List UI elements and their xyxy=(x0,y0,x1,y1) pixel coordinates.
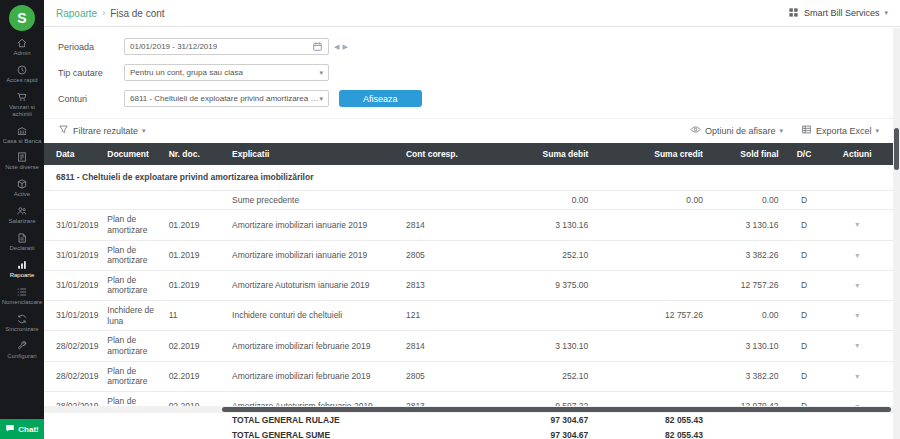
sidebar-item-vanzari[interactable]: Vanzari si achizitii xyxy=(0,88,44,122)
home-icon xyxy=(1,37,43,49)
cell-debit: 0.00 xyxy=(482,190,597,210)
conturi-select[interactable]: 6811 - Cheltuieli de exploatare privind … xyxy=(124,90,329,107)
total-rulaje-credit: 82 055.43 xyxy=(596,413,711,428)
page-title: Fisa de cont xyxy=(110,8,164,19)
afiseaza-button[interactable]: Afiseaza xyxy=(339,90,422,107)
chevron-down-icon: ▾ xyxy=(779,127,783,135)
cell-debit: 3 130.10 xyxy=(482,331,597,361)
breadcrumb-parent-link[interactable]: Rapoarte xyxy=(56,8,97,19)
cell-explicatii: Inchidere conturi de cheltuieli xyxy=(226,301,400,331)
cell-data: 28/02/2019 xyxy=(44,391,101,406)
sidebar-item-label: Note diverse xyxy=(1,164,43,171)
cell-debit: 252.10 xyxy=(482,240,597,270)
total-sume-debit: 97 304.67 xyxy=(482,428,597,439)
content-area: Perioada 01/01/2019 - 31/12/2019 ◀ ▶ Tip… xyxy=(44,28,893,406)
app-window: S Admin Acces rapid Vanzari si achizitii… xyxy=(0,0,900,439)
sidebar-item-label: Rapoarte xyxy=(1,272,43,279)
cell-document: Plan de amortizare xyxy=(101,240,162,270)
table-row: 28/02/2019Plan de amortizare02.2019Amort… xyxy=(44,361,893,391)
cell-credit xyxy=(596,240,711,270)
horizontal-scrollbar-thumb[interactable] xyxy=(222,407,891,412)
cell-cont: 2813 xyxy=(400,270,482,300)
sidebar-item-label: Configurari xyxy=(1,353,43,360)
row-expand-chevron-icon[interactable]: ▾ xyxy=(855,281,859,290)
sidebar-item-label: Active xyxy=(1,191,43,198)
tip-cautare-value: Pentru un cont, grupa sau clasa xyxy=(130,68,243,77)
list-icon xyxy=(1,286,43,298)
tip-cautare-select[interactable]: Pentru un cont, grupa sau clasa ▾ xyxy=(124,64,329,81)
conturi-row: Conturi 6811 - Cheltuieli de exploatare … xyxy=(58,90,879,107)
vertical-scrollbar-thumb[interactable] xyxy=(894,128,899,170)
document-icon xyxy=(1,232,43,244)
topbar: Rapoarte › Fisa de cont Smart Bill Servi… xyxy=(44,0,900,27)
filtrare-rezultate-toggle[interactable]: Filtrare rezultate ▾ xyxy=(58,124,146,137)
row-expand-chevron-icon[interactable]: ▾ xyxy=(855,251,859,260)
cell-actiuni: ▾ xyxy=(821,391,893,406)
cell-cont: 2814 xyxy=(400,331,482,361)
cart-icon xyxy=(1,91,43,103)
sidebar-item-declaratii[interactable]: Declaratii xyxy=(0,229,44,256)
table-row: 31/01/2019Inchidere de luna11Inchidere c… xyxy=(44,301,893,331)
spreadsheet-icon xyxy=(801,124,812,137)
optiuni-afisare-menu[interactable]: Optiuni de afisare ▾ xyxy=(690,124,783,137)
bank-icon xyxy=(1,125,43,137)
cell-nr_doc xyxy=(163,190,226,210)
cell-sold: 3 130.16 xyxy=(711,210,787,240)
cell-document: Plan de amortizare xyxy=(101,210,162,240)
cell-credit: 12 757.26 xyxy=(596,301,711,331)
sidebar-item-label: Declaratii xyxy=(1,245,43,252)
row-expand-chevron-icon[interactable]: ▾ xyxy=(855,311,859,320)
cell-dc: D xyxy=(787,301,822,331)
cell-explicatii: Amortizare imobilizari februarie 2019 xyxy=(226,361,400,391)
sidebar-item-configurari[interactable]: Configurari xyxy=(0,337,44,364)
table-row: 31/01/2019Plan de amortizare01.2019Amort… xyxy=(44,210,893,240)
cell-data: 31/01/2019 xyxy=(44,301,101,331)
col-cont-coresp: Cont coresp. xyxy=(400,143,482,165)
col-sold-final: Sold final xyxy=(711,143,787,165)
calendar-icon xyxy=(312,41,323,52)
row-expand-chevron-icon[interactable]: ▾ xyxy=(855,372,859,381)
next-period-button[interactable]: ▶ xyxy=(342,43,347,51)
exporta-excel-menu[interactable]: Exporta Excel ▾ xyxy=(801,124,879,137)
sidebar-item-sincronizare[interactable]: Sincronizare xyxy=(0,310,44,337)
cell-cont: 2813 xyxy=(400,391,482,406)
sidebar-item-acces-rapid[interactable]: Acces rapid xyxy=(0,61,44,88)
account-menu[interactable]: Smart Bill Services ▾ xyxy=(788,7,888,20)
cell-document: Inchidere de luna xyxy=(101,301,162,331)
sidebar-item-active[interactable]: Active xyxy=(0,175,44,202)
bottom-panel: TOTAL GENERAL RULAJE 97 304.67 82 055.43… xyxy=(44,406,893,439)
cell-dc: D xyxy=(787,190,822,210)
sidebar-item-note-diverse[interactable]: Note diverse xyxy=(0,148,44,175)
sidebar-item-casa-banca[interactable]: Casa si Banca xyxy=(0,122,44,149)
cell-nr_doc: 01.2019 xyxy=(163,270,226,300)
vertical-scrollbar[interactable] xyxy=(893,28,900,439)
perioada-input[interactable]: 01/01/2019 - 31/12/2019 xyxy=(124,38,329,55)
sync-icon xyxy=(1,313,43,325)
sidebar-item-label: Admin xyxy=(1,50,43,57)
previous-period-button[interactable]: ◀ xyxy=(334,43,339,51)
sidebar-item-rapoarte[interactable]: Rapoarte xyxy=(0,256,44,283)
sidebar-item-salarizare[interactable]: Salarizare xyxy=(0,202,44,229)
sidebar-item-nomenclatoare[interactable]: Nomenclatoare xyxy=(0,283,44,310)
conturi-label: Conturi xyxy=(58,94,124,104)
period-arrows: ◀ ▶ xyxy=(334,43,348,51)
sidebar-item-admin[interactable]: Admin xyxy=(0,34,44,61)
cell-sold: 3 382.26 xyxy=(711,240,787,270)
chevron-down-icon: ▾ xyxy=(142,127,146,135)
row-expand-chevron-icon[interactable]: ▾ xyxy=(855,220,859,229)
main-panel: Rapoarte › Fisa de cont Smart Bill Servi… xyxy=(44,0,900,439)
cell-actiuni: ▾ xyxy=(821,361,893,391)
chevron-down-icon: ▾ xyxy=(319,69,323,77)
cell-cont xyxy=(400,190,482,210)
note-icon xyxy=(1,151,43,163)
account-group-row: 6811 - Cheltuieli de exploatare privind … xyxy=(44,165,893,190)
row-expand-chevron-icon[interactable]: ▾ xyxy=(855,341,859,350)
cell-credit xyxy=(596,210,711,240)
smartbill-logo: S xyxy=(9,5,35,31)
table-row: 28/02/2019Plan de amortizare02.2019Amort… xyxy=(44,331,893,361)
export-label: Exporta Excel xyxy=(816,126,872,136)
cell-explicatii: Amortizare imobilizari februarie 2019 xyxy=(226,331,400,361)
chat-button[interactable]: Chat! xyxy=(0,419,44,439)
horizontal-scrollbar[interactable] xyxy=(44,406,893,413)
breadcrumb: Rapoarte › Fisa de cont xyxy=(56,8,165,19)
